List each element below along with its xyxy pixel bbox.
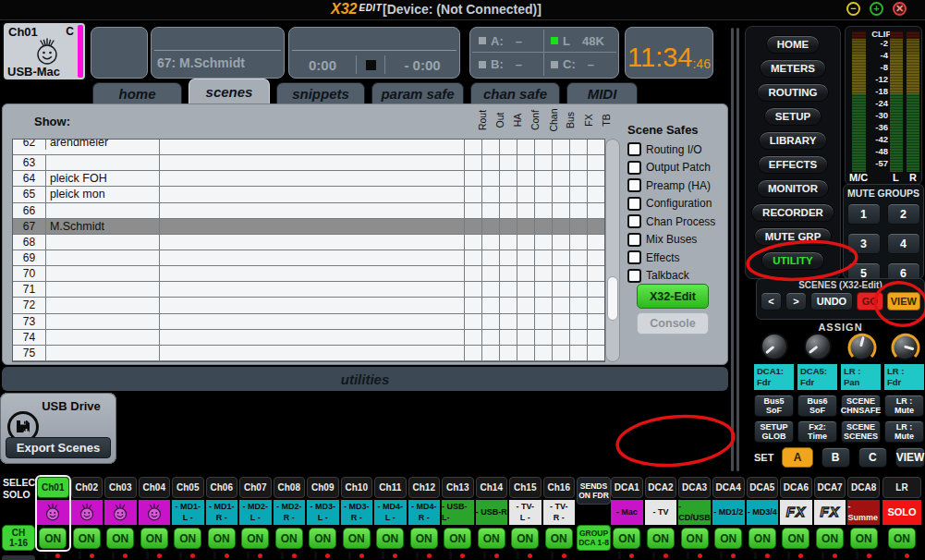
dca-on-button[interactable]: ON: [613, 528, 640, 549]
channel-on-button[interactable]: ON: [478, 528, 505, 549]
sidebar-nav-button[interactable]: MUTE GRP: [754, 227, 833, 246]
channel-on-button[interactable]: ON: [511, 528, 539, 549]
sidebar-nav-button[interactable]: METERS: [760, 59, 826, 78]
dca-select-button[interactable]: DCA5: [747, 477, 779, 498]
channel-on-button[interactable]: ON: [140, 528, 168, 549]
tab[interactable]: home: [92, 82, 182, 103]
channel-select-button[interactable]: Ch09: [307, 477, 339, 498]
checkbox[interactable]: [627, 178, 641, 192]
assign-set-button[interactable]: B: [822, 447, 850, 468]
channel-select-button[interactable]: Ch11: [374, 477, 407, 498]
sidebar-nav-button[interactable]: LIBRARY: [759, 131, 828, 150]
channel-on-button[interactable]: ON: [545, 528, 573, 549]
scene-safe-option[interactable]: Mix Buses: [627, 233, 727, 247]
scene-row[interactable]: 69: [13, 250, 604, 266]
sends-on-fader-button[interactable]: SENDSON FDR: [577, 477, 611, 505]
channel-select-button[interactable]: Ch04: [139, 477, 171, 498]
channel-on-button[interactable]: ON: [275, 528, 303, 549]
assign-set-button[interactable]: VIEW: [895, 447, 925, 468]
sidebar-nav-button[interactable]: UTILITY: [761, 251, 823, 270]
assign-button[interactable]: SCENESCENES: [841, 420, 881, 443]
zoom-button[interactable]: +: [870, 2, 883, 16]
dca-on-button[interactable]: ON: [749, 528, 776, 549]
scene-row[interactable]: 68: [13, 235, 604, 250]
dca-select-button[interactable]: DCA2: [645, 477, 677, 498]
channel-select-button[interactable]: Ch03: [104, 477, 137, 498]
dca-select-button[interactable]: DCA6: [780, 477, 812, 498]
dca-on-button[interactable]: ON: [681, 528, 709, 549]
console-safes-button[interactable]: Console: [637, 312, 709, 335]
scene-prev-button[interactable]: <: [761, 292, 782, 310]
sidebar-nav-button[interactable]: MONITOR: [757, 179, 829, 198]
assign-button[interactable]: LR :Mute: [884, 420, 924, 443]
x32-edit-safes-button[interactable]: X32-Edit: [637, 284, 709, 309]
assign-button[interactable]: LR :Mute: [884, 395, 924, 417]
channel-select-button[interactable]: Ch13: [442, 477, 474, 498]
tab[interactable]: chan safe: [470, 82, 560, 103]
channel-on-button[interactable]: ON: [73, 528, 101, 549]
channel-select-button[interactable]: Ch01: [37, 477, 69, 498]
mute-group-button[interactable]: 4: [887, 233, 920, 254]
minimize-button[interactable]: −: [846, 2, 860, 16]
scrollbar-thumb[interactable]: [607, 276, 618, 321]
channel-select-button[interactable]: Ch06: [206, 477, 238, 498]
checkbox[interactable]: [627, 142, 641, 156]
channel-on-button[interactable]: ON: [106, 528, 134, 549]
channel-on-button[interactable]: ON: [309, 528, 336, 549]
lr-select-button[interactable]: LR: [882, 477, 921, 498]
scene-safe-option[interactable]: Configuration: [627, 197, 727, 211]
scene-row[interactable]: 67 M.Schmidt: [13, 219, 604, 235]
channel-select-button[interactable]: Ch15: [509, 477, 542, 498]
channel-on-button[interactable]: ON: [39, 528, 67, 549]
dca-on-button[interactable]: ON: [782, 528, 809, 549]
sidebar-nav-button[interactable]: HOME: [766, 35, 821, 54]
dca-select-button[interactable]: DCA7: [814, 477, 846, 498]
scene-row[interactable]: 70: [13, 266, 604, 282]
group-dca-bank-button[interactable]: GROUPDCA 1-8: [577, 525, 611, 551]
tab[interactable]: param safe: [371, 82, 464, 103]
channel-bank-button[interactable]: CH1-16: [2, 525, 35, 551]
sidebar-nav-button[interactable]: SETUP: [764, 107, 822, 126]
assign-knob[interactable]: [847, 333, 875, 360]
scene-safe-option[interactable]: Chan Process: [627, 214, 727, 228]
scene-safe-option[interactable]: Talkback: [627, 269, 727, 283]
scene-safe-option[interactable]: Routing I/O: [627, 142, 727, 156]
scene-safe-option[interactable]: Effects: [627, 250, 727, 264]
sidebar-nav-button[interactable]: RECORDER: [751, 203, 834, 222]
mute-group-button[interactable]: 2: [887, 203, 920, 225]
assign-set-button[interactable]: A: [782, 447, 812, 468]
assign-knob[interactable]: [761, 333, 788, 360]
scene-row[interactable]: 64 pleick FOH: [13, 171, 604, 187]
dca-select-button[interactable]: DCA3: [678, 477, 711, 498]
tab[interactable]: scenes: [189, 79, 270, 103]
scene-go-button[interactable]: GO: [857, 292, 883, 310]
channel-on-button[interactable]: ON: [444, 528, 471, 549]
checkbox[interactable]: [627, 233, 641, 247]
channel-on-button[interactable]: ON: [208, 528, 236, 549]
assign-knob[interactable]: [804, 333, 832, 360]
scene-next-button[interactable]: >: [785, 292, 807, 310]
scenes-view-button[interactable]: VIEW: [887, 292, 920, 310]
tab[interactable]: snippets: [276, 82, 365, 103]
scene-safe-option[interactable]: Output Patch: [627, 161, 727, 175]
channel-on-button[interactable]: ON: [410, 528, 438, 549]
dca-select-button[interactable]: DCA8: [847, 477, 880, 498]
close-button[interactable]: ✕: [893, 2, 907, 16]
scene-row[interactable]: 75: [13, 346, 604, 361]
scene-row[interactable]: 71: [13, 282, 604, 298]
scene-row[interactable]: 74: [13, 330, 604, 346]
channel-on-button[interactable]: ON: [174, 528, 201, 549]
scene-table-scrollbar[interactable]: [605, 139, 620, 362]
sidebar-nav-button[interactable]: EFFECTS: [758, 155, 828, 174]
mute-group-button[interactable]: 1: [847, 203, 881, 225]
channel-select-button[interactable]: Ch10: [341, 477, 373, 498]
checkbox[interactable]: [627, 269, 641, 283]
channel-on-button[interactable]: ON: [376, 528, 404, 549]
tab[interactable]: MIDI: [566, 82, 638, 103]
checkbox[interactable]: [627, 161, 641, 175]
channel-select-button[interactable]: Ch02: [71, 477, 103, 498]
dca-on-button[interactable]: ON: [850, 528, 878, 549]
dca-on-button[interactable]: ON: [714, 528, 742, 549]
channel-on-button[interactable]: ON: [241, 528, 269, 549]
assign-button[interactable]: Fx2:Time: [797, 420, 837, 443]
